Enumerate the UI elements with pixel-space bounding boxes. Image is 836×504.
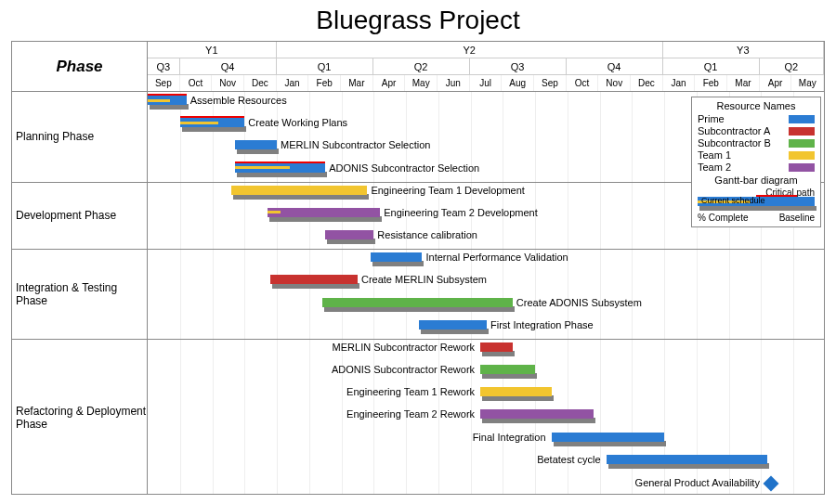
year-label: Y1	[148, 42, 277, 58]
legend-item: Prime	[698, 113, 815, 124]
legend-swatch	[789, 151, 815, 160]
year-label: Y2	[277, 42, 663, 58]
month-label: Feb	[308, 75, 341, 91]
task-label: Betatest cycle	[537, 454, 600, 465]
legend-swatch	[789, 139, 815, 148]
progress-bar	[180, 122, 219, 124]
quarter-label: Q2	[373, 58, 470, 74]
task-bar	[607, 455, 768, 464]
month-label: Jul	[470, 75, 503, 91]
phase-label: Development Phase	[12, 182, 148, 250]
legend-swatch	[789, 127, 815, 136]
task-bar	[235, 140, 277, 149]
month-label: Aug	[502, 75, 534, 91]
quarter-label: Q4	[567, 58, 663, 74]
phase-label: Integration & Testing Phase	[12, 249, 148, 339]
task-label: Create MERLIN Subsystem	[361, 274, 487, 285]
task-label: Engineering Team 1 Rework	[346, 386, 475, 397]
legend-item: Team 2	[698, 162, 815, 173]
month-label: Mar	[341, 75, 373, 91]
quarter-label: Q2	[760, 58, 824, 74]
month-label: Sep	[148, 75, 180, 91]
month-label: Dec	[244, 75, 277, 91]
legend-item: Subcontractor B	[698, 137, 815, 149]
month-label: Jan	[277, 75, 309, 91]
task-label: ADONIS Subcontractor Rework	[332, 364, 475, 375]
legend-gantt-title: Gantt-bar diagram	[698, 174, 815, 186]
month-label: May	[405, 75, 438, 91]
year-row: Y1Y2Y3	[148, 42, 824, 58]
month-label: Oct	[180, 75, 213, 91]
task-label: ADONIS Subcontractor Selection	[329, 162, 479, 174]
quarter-label: Q1	[277, 58, 373, 74]
task-label: General Product Availability	[635, 477, 760, 488]
legend-swatch	[789, 115, 815, 123]
task-bar	[480, 342, 513, 352]
year-label: Y3	[663, 42, 824, 58]
task-bar	[322, 298, 513, 307]
month-label: May	[791, 75, 824, 91]
month-label: Dec	[631, 75, 663, 91]
month-label: Nov	[598, 75, 631, 91]
phase-label: Planning Phase	[12, 92, 148, 182]
quarter-label: Q4	[180, 58, 277, 74]
task-bar	[419, 320, 487, 330]
task-label: Engineering Team 1 Development	[371, 185, 525, 196]
month-row: SepOctNovDecJanFebMarAprMayJunJulAugSepO…	[148, 75, 824, 92]
task-bar	[148, 96, 187, 105]
task-label: Final Integration	[473, 432, 546, 443]
task-label: MERLIN Subcontractor Selection	[281, 139, 430, 150]
task-label: Engineering Team 2 Development	[384, 207, 538, 218]
quarter-row: Q3Q4Q1Q2Q3Q4Q1Q2	[148, 58, 824, 75]
task-bar	[480, 409, 594, 419]
milestone-icon	[763, 475, 778, 491]
month-label: Mar	[727, 75, 760, 91]
task-bar	[371, 252, 423, 262]
legend-complete-label: % Complete	[698, 213, 748, 223]
task-label: First Integration Phase	[490, 319, 594, 330]
legend-title: Resource Names	[698, 100, 815, 111]
legend-gantt-sample: Critical pathCurrent schedule	[698, 187, 815, 212]
task-bar	[325, 230, 373, 239]
task-bar	[235, 163, 325, 173]
task-label: Create ADONIS Subsystem	[516, 297, 642, 308]
quarter-label: Q3	[470, 58, 567, 74]
month-label: Jan	[663, 75, 696, 91]
task-label: Resistance calibration	[377, 229, 477, 240]
task-bar	[268, 208, 381, 217]
task-bar	[231, 186, 367, 195]
month-label: Feb	[695, 75, 727, 91]
legend: Resource NamesPrimeSubcontractor ASubcon…	[691, 97, 821, 227]
task-bar	[480, 387, 551, 396]
phase-header: Phase	[12, 42, 148, 92]
month-label: Nov	[212, 75, 244, 91]
phase-column: Planning PhaseDevelopment PhaseIntegrati…	[12, 92, 148, 494]
progress-bar	[148, 99, 170, 102]
task-bar	[480, 365, 535, 374]
month-label: Sep	[534, 75, 567, 91]
progress-bar	[235, 166, 290, 169]
legend-baseline-label: Baseline	[779, 213, 815, 223]
legend-item: Subcontractor A	[698, 125, 815, 136]
quarter-label: Q1	[663, 58, 760, 74]
task-bar	[552, 433, 665, 442]
task-label: Create Working Plans	[248, 117, 347, 128]
task-label: MERLIN Subcontractor Rework	[333, 342, 475, 353]
task-bar	[270, 275, 358, 284]
month-label: Apr	[373, 75, 406, 91]
month-label: Jun	[438, 75, 470, 91]
legend-swatch	[789, 163, 815, 172]
phase-label: Refactoring & Deployment Phase	[12, 339, 148, 496]
task-label: Engineering Team 2 Rework	[346, 408, 475, 420]
quarter-label: Q3	[148, 58, 180, 74]
month-label: Oct	[567, 75, 599, 91]
legend-sample-bar: Current schedule	[698, 197, 815, 206]
task-label: Internal Performance Validation	[425, 252, 568, 263]
progress-bar	[268, 211, 281, 213]
task-label: Assemble Resources	[190, 95, 287, 106]
legend-item: Team 1	[698, 149, 815, 161]
task-bar	[180, 118, 245, 127]
chart-title: Bluegrass Project	[0, 0, 836, 39]
timeline-header: Phase Y1Y2Y3 Q3Q4Q1Q2Q3Q4Q1Q2 SepOctNovD…	[12, 42, 824, 92]
month-label: Apr	[760, 75, 792, 91]
